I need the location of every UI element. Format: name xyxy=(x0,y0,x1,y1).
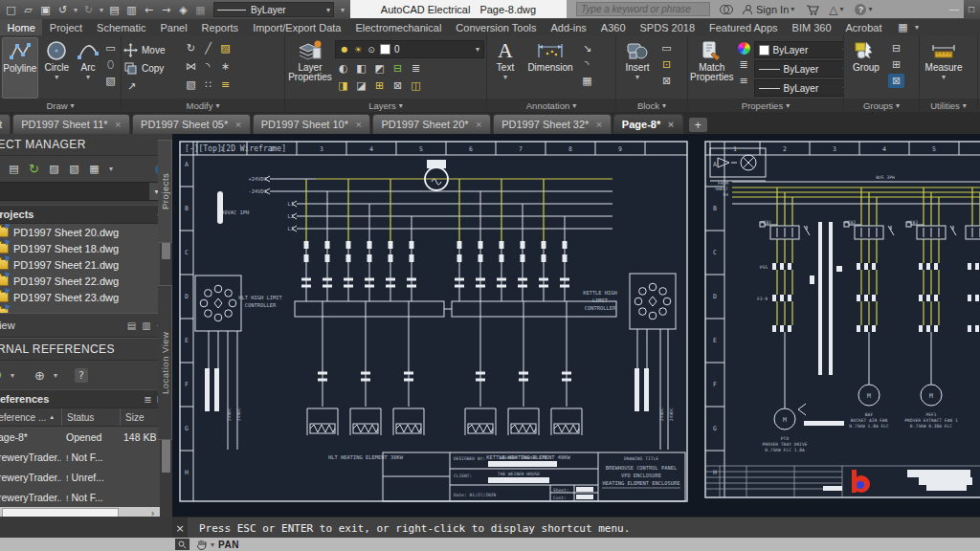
leader-icon[interactable]: ↘ xyxy=(579,41,595,55)
doc-tab-sheet32[interactable]: PD1997 Sheet 32*× xyxy=(493,114,612,134)
undo-icon[interactable]: ↺ xyxy=(55,2,71,17)
preview-icon[interactable]: ▥ xyxy=(142,320,150,331)
close-icon[interactable]: × xyxy=(476,120,483,129)
hatch-icon[interactable]: ▧ xyxy=(102,74,119,88)
group-selection-icon[interactable]: ⊠ xyxy=(888,74,904,88)
create-block-icon[interactable]: ▭ xyxy=(658,41,675,55)
group-edit-icon[interactable]: ⊞ xyxy=(888,57,904,72)
table-row[interactable]: BreweryTrader... !Not F... xyxy=(0,487,172,507)
table-row[interactable]: Page-8* Opened 148 KB xyxy=(0,427,172,447)
ribbon-tab-import-export[interactable]: Import/Export Data xyxy=(246,19,348,35)
mirror-icon[interactable]: ⋈ xyxy=(183,59,199,74)
panel-label-layers[interactable]: Layers▾ xyxy=(285,99,486,112)
search-icon[interactable] xyxy=(720,5,733,13)
ribbon-tab-add-ins[interactable]: Add-ins xyxy=(544,19,593,35)
ribbon-tab-reports[interactable]: Reports xyxy=(194,19,246,35)
text-button[interactable]: A Text ▾ xyxy=(489,37,522,99)
circle-button[interactable]: Circle ▾ xyxy=(40,37,75,99)
list-view-icon[interactable]: ≣ xyxy=(144,394,151,405)
ribbon-tab-featured-apps[interactable]: Featured Apps xyxy=(702,19,786,35)
drawing-canvas[interactable]: 1 2 3 4 5 6 7 8 9 A B C D E F G H xyxy=(172,134,980,517)
lineweight-dropdown[interactable]: ByLayer ▾ xyxy=(754,60,843,77)
lineweight-icon[interactable]: ≣ xyxy=(736,57,752,72)
fillet-icon[interactable]: ◝ xyxy=(200,59,216,74)
insert-button[interactable]: Insert ▾ xyxy=(618,37,657,99)
layer-thaw-all-icon[interactable]: ◪ xyxy=(353,78,369,93)
cart-icon[interactable] xyxy=(806,4,819,15)
multileader-icon[interactable]: ◝ xyxy=(579,57,595,72)
viewport-controls-label[interactable]: [-][Top][2D Wireframe] xyxy=(185,144,286,153)
snapshot-icon[interactable]: ▧ xyxy=(67,162,81,176)
block-attributes-icon[interactable]: ⊠ xyxy=(658,74,675,88)
scale-icon[interactable]: ▧ xyxy=(183,77,199,92)
qat-bylayer-dropdown[interactable]: ByLayer ▾ xyxy=(213,2,334,17)
list-item[interactable]: PD1997 Sheet 22.dwg xyxy=(0,273,172,289)
sign-in-button[interactable]: Sign In xyxy=(756,4,789,15)
redo-icon[interactable]: ↻ xyxy=(80,2,97,17)
close-icon[interactable]: × xyxy=(234,120,242,129)
ribbon-options-icon[interactable]: ▦ xyxy=(895,20,911,34)
ribbon-tab-home[interactable]: Home xyxy=(0,19,42,35)
forward-icon[interactable]: → xyxy=(158,2,174,17)
doc-tab-start[interactable]: Start xyxy=(0,114,11,134)
panel-label-properties[interactable]: Properties▾ xyxy=(688,99,843,112)
view-bar[interactable]: View ▤ ▥ + xyxy=(0,313,172,338)
undo-dropdown-icon[interactable]: ▾ xyxy=(72,2,79,17)
render-icon[interactable]: ◈ xyxy=(175,2,191,17)
doc-tab-sheet20[interactable]: PD1997 Sheet 20*× xyxy=(372,114,491,134)
rotate-icon[interactable]: ↻ xyxy=(183,41,199,55)
arc-button[interactable]: Arc ▾ xyxy=(76,37,100,99)
dimension-button[interactable]: Dimension xyxy=(523,37,577,99)
doc-tab-page8[interactable]: Page-8*× xyxy=(613,114,683,134)
attach-icon[interactable]: ⊕ xyxy=(32,368,48,383)
table-icon[interactable]: ▦ xyxy=(579,74,595,88)
project-new-icon[interactable]: ▥ xyxy=(0,162,1,176)
new-tab-button[interactable]: + xyxy=(689,118,707,132)
layer-merge-icon[interactable]: ◫ xyxy=(408,78,424,93)
scroll-right-icon[interactable]: › xyxy=(151,507,155,517)
ribbon-tab-schematic[interactable]: Schematic xyxy=(90,19,153,35)
table-row[interactable]: BreweryTrader... !Not F... xyxy=(0,447,172,467)
panel-label-draw[interactable]: Draw▾ xyxy=(0,99,121,112)
ribbon-tab-project[interactable]: Project xyxy=(42,19,89,35)
panel-label-block[interactable]: Block▾ xyxy=(616,99,687,112)
ribbon-tab-a360[interactable]: A360 xyxy=(593,19,633,35)
a360-dropdown-icon[interactable]: ▾ xyxy=(837,2,845,17)
layer-match-icon[interactable]: ≣ xyxy=(408,61,424,76)
panel-label-annotation[interactable]: Annotation▾ xyxy=(487,99,615,112)
ribbon-tab-acrobat[interactable]: Acrobat xyxy=(838,19,889,35)
maximize-button[interactable]: □ xyxy=(969,4,974,14)
list-item[interactable] xyxy=(0,305,172,313)
open-icon[interactable]: ▱ xyxy=(20,2,36,17)
details-icon[interactable]: ▤ xyxy=(127,320,136,331)
list-item[interactable]: PD1997 Sheet 23.dwg xyxy=(0,289,172,305)
ribbon-tab-conversion-tools[interactable]: Conversion Tools xyxy=(449,19,544,35)
ribbon-tab-electromechanical[interactable]: Electromechanical xyxy=(348,19,449,35)
table-row[interactable]: BreweryTrader... !Unref... xyxy=(0,467,172,487)
layer-walk-icon[interactable]: ⊞ xyxy=(371,78,388,93)
ribbon-tab-spds[interactable]: SPDS 2018 xyxy=(633,19,702,35)
ellipse-icon[interactable]: ⬯ xyxy=(102,57,119,72)
xref-refresh-dropdown-icon[interactable]: ▾ xyxy=(9,367,16,383)
save-icon[interactable]: ▣ xyxy=(37,2,54,17)
palette-tab-projects[interactable]: Projects xyxy=(158,140,172,243)
ribbon-tab-panel[interactable]: Panel xyxy=(153,19,194,35)
linetype-icon[interactable]: ≡ xyxy=(736,74,752,88)
refresh-icon[interactable]: ↻ xyxy=(27,162,41,176)
xref-help-icon[interactable]: ? xyxy=(75,368,88,383)
layer-dropdown[interactable]: ● ☀ ⊙ 0 ▾ xyxy=(335,40,484,58)
references-table-header[interactable]: Reference ... ▲ Status Size xyxy=(0,408,172,427)
qat-overflow-icon[interactable]: ▾ xyxy=(339,2,346,17)
plot-publish-icon[interactable]: ▦ xyxy=(87,162,101,176)
group-button[interactable]: Group xyxy=(846,37,886,99)
search-input[interactable]: Type a keyword or phrase xyxy=(576,2,710,16)
list-item[interactable]: PD1997 Sheet 20.dwg xyxy=(0,224,172,240)
command-line[interactable]: × Press ESC or ENTER to exit, or right-c… xyxy=(172,517,980,539)
references-section-header[interactable]: References ≣ ⊞ xyxy=(0,389,172,408)
ribbon-options-dropdown-icon[interactable]: ▾ xyxy=(913,20,921,35)
a360-icon[interactable]: △ xyxy=(829,3,837,16)
layer-freeze-icon[interactable]: ◩ xyxy=(371,61,388,76)
help-icon[interactable]: ? xyxy=(855,4,866,15)
panel-label-modify[interactable]: Modify▾ xyxy=(122,99,284,112)
panel-label-utilities[interactable]: Utilities▾ xyxy=(920,99,977,112)
